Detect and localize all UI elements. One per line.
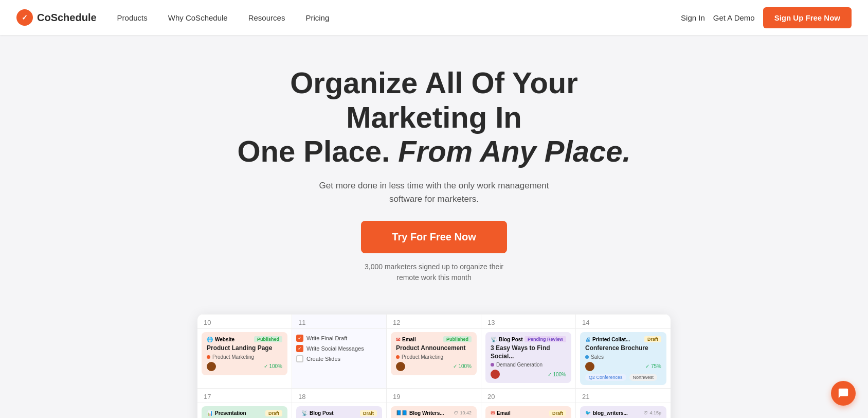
card-tag: Demand Generation: [491, 362, 566, 368]
cal-card-product-announcement[interactable]: ✉ Email Published Product Announcement P…: [391, 332, 477, 375]
cal-card-product-reminder[interactable]: ✉ Email Draft Product Reminder Product M…: [485, 406, 571, 418]
card-time: 4:15p: [649, 410, 661, 415]
logo[interactable]: ✓ CoSchedule: [16, 9, 97, 26]
card-badge: Draft: [265, 410, 282, 416]
card-type: 📡 Blog Post: [491, 337, 523, 342]
cal-card-blog-social[interactable]: 📡 Blog Post Pending Review 3 Easy Ways t…: [485, 332, 571, 383]
completion-pct: ✓ 75%: [645, 363, 661, 369]
user-avatar: [491, 370, 500, 379]
tag-northwest: Northwest: [629, 374, 658, 381]
card-badge: Pending Review: [525, 336, 566, 342]
day-number-14: 14: [576, 315, 671, 329]
card-type: 🖨 Printed Collat...: [585, 337, 630, 342]
day-number-13: 13: [481, 315, 575, 329]
card-type: ✉ Email: [396, 337, 416, 342]
nav-products[interactable]: Products: [109, 9, 156, 26]
hero-line2-normal: One Place.: [237, 134, 390, 168]
card-footer: ✓ 100%: [396, 362, 472, 371]
nav-resources[interactable]: Resources: [240, 9, 294, 26]
day-number-19: 19: [387, 389, 481, 403]
day-number-12: 12: [387, 315, 481, 329]
cal-col-20: 20 ✉ Email Draft Product Reminder Produc…: [481, 389, 576, 418]
hero-note: 3,000 marketers signed up to organize th…: [10, 262, 858, 283]
hero-line1: Organize All Of Your Marketing In: [290, 66, 578, 134]
card-type: 📘📘 Blog Writers...: [396, 410, 444, 416]
day-number-20: 20: [481, 389, 575, 403]
nav-right: Sign In Get A Demo Sign Up Free Now: [681, 7, 852, 28]
user-avatar: [207, 362, 216, 371]
hero-line2-italic: From Any Place.: [398, 134, 630, 168]
card-footer: ✓ 75%: [585, 362, 661, 371]
signup-button[interactable]: Sign Up Free Now: [763, 7, 852, 28]
cal-col-12: 12 ✉ Email Published Product Announcemen…: [387, 315, 481, 388]
card-type: 🌐 Website: [207, 337, 234, 342]
user-avatar: [585, 362, 594, 371]
cal-col-14: 14 🖨 Printed Collat... Draft Conference …: [576, 315, 671, 388]
card-tag: Product Marketing: [396, 354, 472, 360]
checklist-item-1: ✓ Write Final Draft: [296, 333, 382, 343]
hero-headline: Organize All Of Your Marketing In One Pl…: [228, 66, 640, 169]
cal-card-blog-write[interactable]: 📡 Blog Post Draft How to Write Your Best…: [296, 406, 382, 418]
checklist-item-2: ✓ Write Social Messages: [296, 343, 382, 354]
cal-col-17: 17 📊 Presentation Draft Conference Slide…: [197, 389, 292, 418]
checklist-label-3: Create Slides: [306, 356, 340, 362]
card-title: Product Announcement: [396, 344, 472, 353]
logo-text: CoSchedule: [37, 12, 97, 24]
tag-q2: Q2 Conferences: [585, 374, 626, 381]
card-time: 10:42: [460, 410, 472, 415]
navbar: ✓ CoSchedule Products Why CoSchedule Res…: [0, 0, 868, 35]
checklist-item-3: Create Slides: [296, 354, 382, 364]
cal-col-11: 11 ✓ Write Final Draft ✓ Write Social Me…: [292, 315, 387, 388]
day-number-18: 18: [292, 389, 386, 403]
cal-col-19: 19 📘📘 Blog Writers... ⏱ 10:42 Draft The: [387, 389, 481, 418]
completion-pct: ✓ 100%: [548, 372, 566, 377]
card-title: Product Landing Page: [207, 344, 282, 353]
card-footer: ✓ 100%: [207, 362, 282, 371]
card-type: 🐦 blog_writers...: [585, 410, 628, 416]
checkbox-2[interactable]: ✓: [296, 345, 303, 352]
nav-pricing[interactable]: Pricing: [297, 9, 337, 26]
calendar-mockup: 10 🌐 Website Published Product Landing P…: [197, 314, 671, 418]
chat-icon: [838, 388, 849, 399]
card-badge: Draft: [644, 336, 661, 342]
card-badge: Draft: [549, 410, 566, 416]
cal-col-21: 21 🐦 blog_writers... ⏱ 4:15p Top 10 Tips…: [576, 389, 671, 418]
nav-why[interactable]: Why CoSchedule: [160, 9, 236, 26]
cal-col-13: 13 📡 Blog Post Pending Review 3 Easy Way…: [481, 315, 576, 388]
card-badge: Draft: [360, 410, 377, 416]
checklist-label-2: Write Social Messages: [306, 345, 364, 352]
checkbox-3[interactable]: [296, 355, 303, 362]
chat-bubble[interactable]: [831, 381, 856, 406]
hero-subtitle: Get more done in less time with the only…: [305, 179, 563, 205]
get-demo-link[interactable]: Get A Demo: [713, 13, 755, 22]
calendar-row-1: 10 🌐 Website Published Product Landing P…: [197, 314, 671, 388]
cal-card-top-10-tips[interactable]: 🐦 blog_writers... ⏱ 4:15p Top 10 Tips fo…: [580, 406, 666, 418]
completion-pct: ✓ 100%: [264, 363, 282, 369]
cal-card-best-advice[interactable]: 📘📘 Blog Writers... ⏱ 10:42 Draft The Bes…: [391, 406, 477, 418]
day-number-17: 17: [197, 389, 292, 403]
checkbox-1[interactable]: ✓: [296, 335, 303, 342]
nav-links: Products Why CoSchedule Resources Pricin…: [109, 9, 338, 26]
sign-in-link[interactable]: Sign In: [681, 13, 705, 22]
card-title: 3 Easy Ways to Find Social...: [491, 344, 566, 360]
user-avatar: [396, 362, 405, 371]
card-badge: Published: [443, 336, 472, 342]
card-tag: Product Marketing: [207, 354, 282, 360]
calendar-row-2: 17 📊 Presentation Draft Conference Slide…: [197, 388, 671, 418]
card-tag: Sales: [585, 354, 661, 360]
day-number-10: 10: [197, 315, 292, 329]
cal-card-slide-deck[interactable]: 📊 Presentation Draft Conference Slide De…: [202, 406, 287, 418]
card-type: 📡 Blog Post: [301, 410, 334, 416]
card-footer: ✓ 100%: [491, 370, 566, 379]
day-number-21: 21: [576, 389, 671, 403]
card-type: ✉ Email: [491, 410, 511, 416]
card-badge: Published: [254, 336, 282, 342]
try-free-button[interactable]: Try For Free Now: [361, 221, 507, 253]
cal-col-18: 18 📡 Blog Post Draft How to Write Your B…: [292, 389, 387, 418]
cal-card-product-landing[interactable]: 🌐 Website Published Product Landing Page…: [202, 332, 287, 375]
hero-section: Organize All Of Your Marketing In One Pl…: [0, 35, 868, 299]
day-number-11: 11: [292, 315, 386, 329]
cal-col-10: 10 🌐 Website Published Product Landing P…: [197, 315, 292, 388]
checklist-label-1: Write Final Draft: [306, 335, 347, 341]
cal-card-conference-brochure[interactable]: 🖨 Printed Collat... Draft Conference Bro…: [580, 332, 666, 385]
